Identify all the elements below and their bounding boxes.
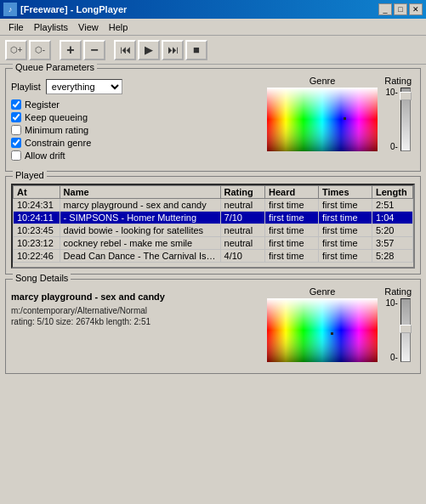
col-header-times: Times	[319, 186, 372, 199]
playlist-label: Playlist	[11, 82, 41, 92]
next-button[interactable]: ⏭	[162, 40, 184, 60]
menu-file[interactable]: File	[3, 21, 29, 33]
cell-at: 10:24:11	[14, 212, 60, 224]
cell-rating: neutral	[220, 237, 264, 250]
cell-name: cockney rebel - make me smile	[60, 237, 220, 250]
title-bar: ♪ [Freeware] - LongPlayer _ □ ✕	[0, 0, 426, 19]
title-bar-buttons: _ □ ✕	[378, 3, 423, 15]
table-row[interactable]: 10:22:46 Dead Can Dance - The Carnival I…	[14, 250, 413, 263]
col-header-rating: Rating	[220, 186, 264, 199]
col-header-length: Length	[372, 186, 413, 199]
rating-label-queue: Rating	[384, 76, 412, 86]
rating-slider-details: 10- 0-	[385, 298, 410, 362]
cell-rating: neutral	[220, 224, 264, 237]
queue-add-button[interactable]: ⬡+	[5, 40, 27, 60]
genre-canvas-queue[interactable]	[267, 88, 378, 151]
queue-remove-button[interactable]: ⬡-	[29, 40, 51, 60]
cell-times: first time	[319, 199, 372, 212]
cell-rating: 7/10	[220, 212, 264, 224]
menu-playlists[interactable]: Playlists	[29, 21, 73, 33]
close-button[interactable]: ✕	[409, 3, 423, 15]
genre-label-queue: Genre	[310, 76, 336, 86]
cell-name: david bowie - looking for satellites	[60, 224, 220, 237]
song-path: m:/contemporary/Alternative/Normal	[11, 306, 190, 315]
rating-thumb-high-queue[interactable]	[400, 92, 412, 100]
cb-allow-drift[interactable]: Allow drift	[11, 150, 415, 161]
toolbar: ⬡+ ⬡- + − ⏮ ▶ ⏭ ■	[0, 36, 426, 65]
cell-rating: neutral	[220, 199, 264, 212]
song-rating-line: rating: 5/10 size: 2674kb length: 2:51	[11, 317, 190, 326]
playlist-select[interactable]: everything all music rock pop	[46, 79, 122, 94]
table-row[interactable]: 10:23:12 cockney rebel - make me smile n…	[14, 237, 413, 250]
song-title: marcy playground - sex and candy	[11, 290, 181, 304]
cell-name: Dead Can Dance - The Carnival Is Over	[60, 250, 220, 263]
table-row[interactable]: 10:24:31 marcy playground - sex and cand…	[14, 199, 413, 212]
col-header-name: Name	[60, 186, 220, 199]
cell-length: 5:28	[372, 250, 413, 263]
song-details-inner: marcy playground - sex and candy m:/cont…	[11, 283, 415, 368]
menu-help[interactable]: Help	[104, 21, 133, 33]
window-title: [Freeware] - LongPlayer	[20, 4, 127, 14]
prev-button[interactable]: ⏮	[114, 40, 136, 60]
cell-rating: 4/10	[220, 250, 264, 263]
menu-view[interactable]: View	[73, 21, 104, 33]
cell-times: first time	[319, 212, 372, 224]
rating-label-details: Rating	[384, 286, 412, 297]
cell-heard: first time	[265, 237, 319, 250]
rating-slider-queue: 10- 0-	[385, 88, 410, 151]
played-title: Played	[13, 170, 47, 180]
cell-name: - SIMPSONS - Homer Muttering	[60, 212, 220, 224]
cell-times: first time	[319, 237, 372, 250]
rating-thumb-details[interactable]	[400, 325, 412, 333]
col-header-at: At	[14, 186, 60, 199]
rating-track-details[interactable]	[400, 298, 411, 362]
maximize-button[interactable]: □	[394, 3, 407, 15]
queue-inner: Playlist everything all music rock pop R…	[11, 72, 415, 166]
cell-heard: first time	[265, 212, 319, 224]
app-icon: ♪	[3, 3, 17, 16]
cell-at: 10:24:31	[14, 199, 60, 212]
table-row[interactable]: 10:23:45 david bowie - looking for satel…	[14, 224, 413, 237]
queue-params-panel: Queue Parameters Playlist everything all…	[5, 68, 421, 172]
cell-at: 10:23:45	[14, 224, 60, 237]
rating-numbers-queue: 10- 0-	[385, 88, 397, 151]
add-button[interactable]: +	[60, 40, 82, 60]
rating-track-queue[interactable]	[400, 88, 411, 151]
cell-length: 5:20	[372, 224, 413, 237]
played-tbody: 10:24:31 marcy playground - sex and cand…	[14, 199, 413, 263]
main-content: Queue Parameters Playlist everything all…	[0, 65, 426, 382]
play-button[interactable]: ▶	[138, 40, 160, 60]
cell-length: 3:57	[372, 237, 413, 250]
cell-length: 2:51	[372, 199, 413, 212]
minus-button[interactable]: −	[83, 40, 105, 60]
cell-at: 10:22:46	[14, 250, 60, 263]
cell-times: first time	[319, 224, 372, 237]
cell-heard: first time	[265, 199, 319, 212]
cell-heard: first time	[265, 224, 319, 237]
rating-numbers-details: 10- 0-	[385, 298, 397, 362]
genre-label-details: Genre	[310, 286, 336, 297]
played-table: At Name Rating Heard Times Length 10:24:…	[13, 185, 413, 263]
title-bar-left: ♪ [Freeware] - LongPlayer	[3, 3, 127, 16]
cell-heard: first time	[265, 250, 319, 263]
cell-name: marcy playground - sex and candy	[60, 199, 220, 212]
cell-at: 10:23:12	[14, 237, 60, 250]
menu-bar: File Playlists View Help	[0, 19, 426, 36]
col-header-heard: Heard	[265, 186, 319, 199]
played-table-scroll[interactable]: At Name Rating Heard Times Length 10:24:…	[11, 184, 415, 269]
song-details-title: Song Details	[13, 273, 71, 283]
cell-length: 1:04	[372, 212, 413, 224]
table-row[interactable]: 10:24:11 - SIMPSONS - Homer Muttering 7/…	[14, 212, 413, 224]
played-panel: Played At Name Rating Heard Times Length…	[5, 176, 421, 275]
minimize-button[interactable]: _	[378, 3, 392, 15]
cell-times: first time	[319, 250, 372, 263]
stop-button[interactable]: ■	[185, 40, 207, 60]
played-thead: At Name Rating Heard Times Length	[14, 186, 413, 199]
genre-canvas-details[interactable]	[267, 298, 378, 362]
song-details-panel: Song Details marcy playground - sex and …	[5, 279, 421, 374]
queue-params-title: Queue Parameters	[13, 62, 97, 72]
